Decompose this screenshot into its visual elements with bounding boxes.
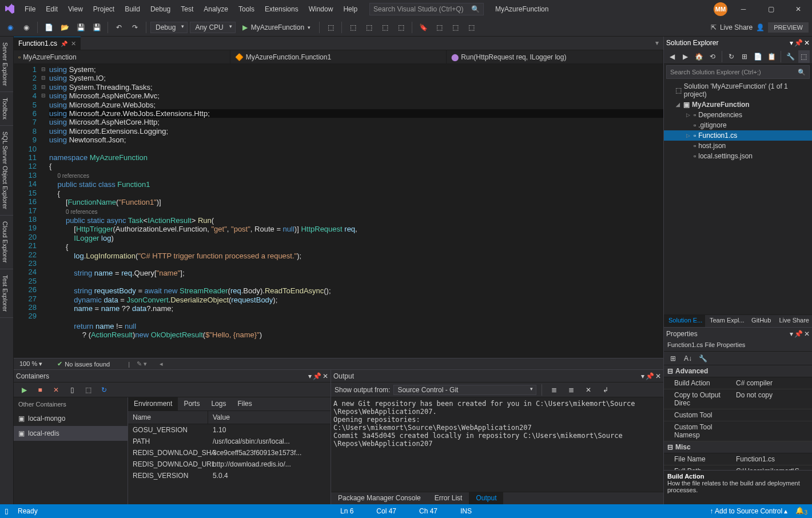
save-icon[interactable]: 💾 [74, 21, 87, 34]
props-cat-icon[interactable]: ⊞ [666, 352, 680, 365]
container-item[interactable]: ▣local-redis [14, 426, 128, 441]
se-home-icon[interactable]: 🏠 [693, 50, 704, 63]
tree-node[interactable]: ▷▫Dependencies [664, 110, 812, 120]
se-fwd-icon[interactable]: ▶ [679, 50, 691, 63]
status-line[interactable]: Ln 6 [340, 507, 353, 515]
output-tab[interactable]: Error List [428, 492, 469, 504]
se-tab[interactable]: Live Share [774, 315, 812, 327]
side-tab[interactable]: SQL Server Object Explorer [0, 126, 13, 216]
redo-icon[interactable]: ↷ [128, 21, 142, 34]
issues-indicator[interactable]: ✔No issues found [57, 360, 110, 368]
close-tab-icon[interactable]: ✕ [71, 40, 76, 47]
se-tab[interactable]: Team Expl... [705, 315, 747, 327]
tool-icon-3[interactable]: ⬚ [362, 21, 376, 34]
maximize-button[interactable]: ▢ [759, 1, 782, 17]
new-item-icon[interactable]: 📄 [42, 21, 55, 34]
status-col[interactable]: Col 47 [376, 507, 396, 515]
props-row[interactable]: File NameFunction1.cs [664, 453, 812, 465]
terminal-icon[interactable]: ▯ [65, 384, 79, 396]
close-icon[interactable]: ✕ [804, 39, 810, 47]
tree-node[interactable]: ▫.gitignore [664, 120, 812, 130]
minimize-button[interactable]: ─ [732, 1, 755, 17]
nav-fwd-icon[interactable]: ◉ [19, 21, 33, 34]
menu-test[interactable]: Test [176, 2, 198, 17]
container-item[interactable]: ▣local-mongo [14, 411, 128, 426]
window-menu-icon[interactable]: ▾ [308, 372, 312, 380]
se-collapse-icon[interactable]: ⊞ [739, 50, 750, 63]
menu-window[interactable]: Window [304, 2, 339, 17]
menu-project[interactable]: Project [88, 2, 120, 17]
menu-build[interactable]: Build [120, 2, 145, 17]
nav-namespace[interactable]: ▫MyAzureFunction [14, 50, 230, 63]
status-ch[interactable]: Ch 47 [419, 507, 437, 515]
props-az-icon[interactable]: A↓ [681, 352, 695, 365]
pin-icon[interactable]: 📌 [794, 330, 803, 338]
stop-container-icon[interactable]: ■ [33, 384, 47, 396]
side-tab[interactable]: Test Explorer [0, 269, 13, 318]
side-tab[interactable]: Server Explorer [0, 37, 13, 92]
se-preview-icon[interactable]: ⬚ [798, 50, 810, 63]
start-container-icon[interactable]: ▶ [17, 384, 31, 396]
close-button[interactable]: ✕ [787, 1, 810, 17]
se-copy-icon[interactable]: 📋 [766, 50, 777, 63]
pin-icon[interactable]: 📌 [794, 39, 803, 47]
config-combo[interactable]: Debug [150, 22, 188, 33]
se-props-icon[interactable]: 🔧 [785, 50, 796, 63]
window-menu-icon[interactable]: ▾ [641, 372, 644, 380]
output-clear-icon[interactable]: ✕ [582, 384, 595, 396]
tool-icon-6[interactable]: ⬚ [432, 21, 446, 34]
env-row[interactable]: REDIS_DOWNLOAD_SHA3ce9ceff5a23f60913e157… [128, 447, 331, 459]
output-action-icon[interactable]: ≣ [564, 384, 578, 396]
se-tab[interactable]: GitHub [747, 315, 774, 327]
menu-file[interactable]: File [19, 2, 41, 17]
output-tab[interactable]: Package Manager Console [331, 492, 428, 504]
tool-icon-2[interactable]: ⬚ [346, 21, 360, 34]
menu-edit[interactable]: Edit [41, 2, 63, 17]
notifications-icon[interactable]: 🔔3 [795, 507, 807, 516]
tool-icon-7[interactable]: ⬚ [448, 21, 462, 34]
window-menu-icon[interactable]: ▾ [790, 39, 793, 47]
container-tab[interactable]: Ports [178, 397, 205, 411]
side-tab[interactable]: Toolbox [0, 92, 13, 126]
feedback-icon[interactable]: 👤 [756, 23, 765, 31]
project-node[interactable]: ◢▣MyAzureFunction [664, 99, 812, 110]
tree-node[interactable]: ▫local.settings.json [664, 151, 812, 161]
props-row[interactable]: Build ActionC# compiler [664, 377, 812, 389]
source-control-button[interactable]: ↑ Add to Source Control ▴ [710, 507, 787, 515]
menu-view[interactable]: View [63, 2, 88, 17]
env-row[interactable]: REDIS_DOWNLOAD_URLhttp://download.redis.… [128, 459, 331, 470]
output-tab[interactable]: Output [469, 492, 503, 504]
props-row[interactable]: Copy to Output DirecDo not copy [664, 389, 812, 409]
pin-icon[interactable]: 📌 [313, 372, 321, 380]
tool-icon-5[interactable]: ⬚ [394, 21, 408, 34]
se-sync-icon[interactable]: ⟲ [706, 50, 718, 63]
nav-class[interactable]: 🔶MyAzureFunction.Function1 [230, 50, 447, 63]
close-icon[interactable]: ✕ [323, 372, 328, 380]
close-icon[interactable]: ✕ [655, 372, 661, 380]
status-ins[interactable]: INS [460, 507, 472, 515]
env-row[interactable]: GOSU_VERSION1.10 [128, 424, 331, 436]
tool-icon-8[interactable]: ⬚ [464, 21, 478, 34]
start-button[interactable]: ▶ MyAzureFunction ▾ [238, 22, 315, 33]
container-tab[interactable]: Environment [128, 397, 178, 411]
open-icon[interactable]: 📂 [58, 21, 71, 34]
output-text[interactable]: A new Git repository has been created fo… [331, 397, 663, 492]
nav-member[interactable]: ⬤Run(HttpRequest req, ILogger log) [447, 50, 663, 63]
props-category[interactable]: ⊟Misc [664, 441, 812, 453]
avatar[interactable]: MM [714, 2, 727, 16]
props-wrench-icon[interactable]: 🔧 [696, 352, 710, 365]
props-row[interactable]: Custom Tool [664, 409, 812, 421]
props-row[interactable]: Custom Tool Namesp [664, 421, 812, 441]
menu-extensions[interactable]: Extensions [260, 2, 304, 17]
tab-overflow-icon[interactable]: ▾ [651, 37, 663, 50]
refresh-icon[interactable]: ↻ [97, 384, 111, 396]
menu-analyze[interactable]: Analyze [198, 2, 233, 17]
se-refresh-icon[interactable]: ↻ [726, 50, 737, 63]
platform-combo[interactable]: Any CPU [190, 22, 235, 33]
tool-icon-4[interactable]: ⬚ [378, 21, 392, 34]
save-all-icon[interactable]: 💾 [90, 21, 104, 34]
tree-node[interactable]: ▷▫Function1.cs [664, 130, 812, 141]
properties-object[interactable]: Function1.cs File Properties [664, 340, 812, 352]
output-source-combo[interactable]: Source Control - Git [393, 385, 536, 395]
caret-tools-icon[interactable]: ✎ ▾ [137, 360, 147, 368]
